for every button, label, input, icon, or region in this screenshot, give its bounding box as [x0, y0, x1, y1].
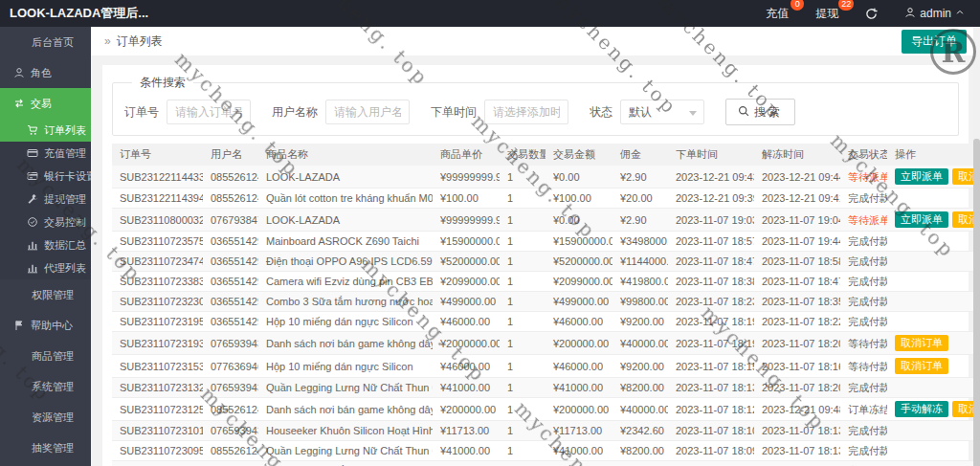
order-no-cell: SUB231107230923497: [112, 461, 203, 466]
sidebar-item-5[interactable]: 银行卡设置: [0, 165, 91, 188]
table-row: SUB2312211443372930855261242LOOK-LAZADA¥…: [112, 166, 973, 189]
sidebar-item-label: 权限管理: [32, 288, 74, 302]
table-row: SUB2311072313298740765939439Quần Legging…: [112, 378, 973, 398]
product-cell: Hộp 10 miếng dán ngực Silicon: [258, 312, 433, 332]
search-icon: [738, 105, 749, 120]
product-cell: Camera wifi Ezviz dùng pin CB3 EB3 chính…: [258, 272, 433, 292]
chart-icon: [27, 239, 38, 251]
commission-cell: ¥40000.00: [612, 332, 668, 355]
sidebar-item-4[interactable]: 充值管理: [0, 142, 91, 165]
product-cell: Hộp 10 miếng dán ngực Silicon: [258, 355, 433, 378]
cancel-order-button[interactable]: 取消订单: [952, 211, 973, 228]
order-no-cell: SUB231107235759960: [112, 232, 203, 252]
caret-up-icon: [955, 7, 965, 20]
sidebar-item-3[interactable]: 订单列表: [0, 119, 91, 142]
sidebar-item-15[interactable]: 抽奖管理: [0, 433, 91, 463]
status-select[interactable]: 默认: [620, 100, 704, 124]
sidebar-item-2[interactable]: 交易: [0, 88, 91, 119]
topbar: LOOK-LAZADA管理后... 充值 0 提现 22 admin: [0, 0, 980, 27]
price-cell: ¥2000000.00: [433, 332, 500, 355]
recharge-link[interactable]: 充值 0: [766, 6, 789, 22]
sidebar-item-8[interactable]: 数据汇总: [0, 233, 91, 256]
table-row: SUB2311072315377540776369460Hộp 10 miếng…: [112, 355, 973, 378]
product-cell: Quần Legging Lưng Nữ Chất Thun Co Dãn 4: [258, 441, 433, 461]
status-select-label: 状态: [590, 104, 612, 121]
sidebar-item-13[interactable]: 系统管理: [0, 371, 91, 402]
manual-unfreeze-button[interactable]: 手动解冻: [895, 401, 948, 417]
refresh-icon[interactable]: [865, 8, 878, 20]
product-cell: Quần đùi nữ ngắn in trầy xước cao cấp: [258, 461, 433, 466]
cancel-order-button[interactable]: 取消订单: [952, 401, 973, 417]
cancel-order-button[interactable]: 取消订单: [895, 358, 948, 374]
qty-cell: 1: [500, 189, 546, 209]
order-time-cell: 2023-11-07 18:12:59: [668, 398, 754, 421]
sidebar-item-10[interactable]: 权限管理: [0, 279, 91, 310]
actions-cell: [887, 312, 973, 332]
price-cell: ¥5200000.00: [433, 252, 500, 272]
status-cell: 等待付款: [840, 332, 887, 355]
breadcrumb-current: 订单列表: [117, 33, 163, 50]
status-badge: 完成付款: [848, 296, 887, 307]
price-cell: ¥15900000.00: [433, 232, 500, 252]
commission-cell: ¥6600.00: [612, 461, 668, 466]
column-header-4: 交易数量: [500, 144, 546, 166]
amount-cell: ¥2099000.00: [546, 272, 612, 292]
sidebar-item-6[interactable]: 提现管理: [0, 188, 91, 211]
unfreeze-time-cell: 2023-11-07 18:35:07: [754, 292, 840, 312]
sidebar-item-1[interactable]: 角色: [0, 57, 91, 88]
commission-cell: ¥1144000.00: [612, 252, 668, 272]
withdraw-link[interactable]: 提现 22: [815, 6, 838, 22]
order-time-cell: 2023-11-07 18:57:59: [668, 232, 754, 252]
order-no-input[interactable]: [167, 100, 251, 124]
withdraw-badge: 22: [838, 0, 854, 11]
user-cell: 0365514298: [203, 232, 258, 252]
chevron-down-icon: [689, 111, 697, 116]
main-content: » 订单列表 导出订单 条件搜索 订单号用户名称下单时间状态默认搜索 订单号用户…: [91, 27, 980, 466]
dispatch-now-button[interactable]: 立即派单: [895, 211, 948, 228]
column-header-0: 订单号: [112, 144, 203, 166]
amount-cell: ¥200000.00: [546, 398, 612, 421]
dispatch-now-button[interactable]: 立即派单: [895, 168, 948, 185]
sidebar-item-0[interactable]: 后台首页: [0, 27, 91, 57]
order-no-cell: SUB231107233832328: [112, 272, 203, 292]
user-menu[interactable]: admin: [904, 7, 965, 21]
cancel-order-button[interactable]: 取消订单: [895, 335, 948, 351]
column-header-10: 操作: [887, 144, 973, 166]
bank-card-icon: [27, 170, 38, 182]
status-cell: 等待付款: [840, 355, 887, 378]
qty-cell: 1: [500, 441, 546, 461]
qty-cell: 1: [500, 332, 546, 355]
scrollbar-thumb[interactable]: [973, 139, 980, 466]
amount-cell: ¥41000.00: [546, 441, 612, 461]
table-row: SUB2311072319399730765939439Danh sách nơ…: [112, 332, 973, 355]
sidebar-item-label: 银行卡设置: [44, 169, 91, 184]
status-badge: 完成付款: [848, 382, 887, 393]
product-cell: Danh sách nơi bán game không dây 7in1 M: [258, 332, 433, 355]
unfreeze-time-cell: 2023-11-07 18:58:46: [754, 252, 840, 272]
sidebar-item-label: 资源管理: [32, 411, 74, 425]
table-row: SUB2311072338323280365514298Camera wifi …: [112, 272, 973, 292]
username-input[interactable]: [325, 100, 410, 124]
sidebar-item-14[interactable]: 资源管理: [0, 402, 91, 433]
cancel-order-button[interactable]: 取消订单: [952, 168, 973, 185]
status-badge: 完成付款: [848, 276, 887, 287]
export-orders-button[interactable]: 导出订单: [902, 30, 967, 54]
price-cell: ¥41000.00: [433, 378, 500, 398]
order-time-cell: 2023-11-07 18:15:37: [668, 355, 754, 378]
status-badge: 等待付款: [848, 338, 887, 349]
actions-cell: 手动解冻取消订单: [887, 398, 973, 421]
sidebar-item-11[interactable]: 帮助中心: [0, 310, 91, 341]
status-badge: 完成付款: [848, 192, 887, 204]
order-time-input[interactable]: [484, 100, 568, 124]
sidebar-item-7[interactable]: 交易控制: [0, 211, 91, 233]
sidebar-item-label: 商品管理: [32, 349, 74, 364]
sidebar-item-9[interactable]: 代理列表: [0, 256, 91, 279]
price-cell: ¥11713.00: [433, 421, 500, 441]
actions-cell: [887, 232, 973, 252]
product-cell: LOOK-LAZADA: [258, 209, 433, 232]
commission-cell: ¥40000.00: [612, 398, 668, 421]
qty-cell: 1: [500, 166, 546, 189]
sidebar-item-12[interactable]: 商品管理: [0, 341, 91, 371]
search-button[interactable]: 搜索: [725, 99, 795, 125]
breadcrumb-separator: »: [104, 34, 111, 48]
